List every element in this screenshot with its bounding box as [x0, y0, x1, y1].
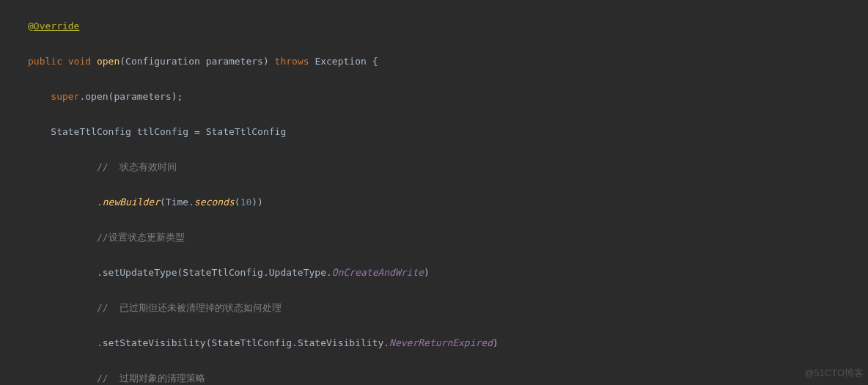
code-line: @Override — [6, 18, 868, 35]
code-line: .newBuilder(Time.seconds(10)) — [6, 194, 868, 211]
code-line: .setUpdateType(StateTtlConfig.UpdateType… — [6, 264, 868, 282]
code-line: //设置状态更新类型 — [6, 229, 868, 246]
code-line: // 状态有效时间 — [6, 158, 868, 176]
comment: //设置状态更新类型 — [97, 232, 185, 243]
method-open: open — [97, 56, 119, 67]
code-line: public void open(Configuration parameter… — [6, 53, 868, 70]
code-line: StateTtlConfig ttlConfig = StateTtlConfi… — [6, 123, 868, 141]
code-line: // 过期对象的清理策略 — [6, 370, 868, 385]
code-line: .setStateVisibility(StateTtlConfig.State… — [6, 334, 868, 352]
code-line: // 已过期但还未被清理掉的状态如何处理 — [6, 299, 868, 317]
watermark: @51CTO博客 — [804, 364, 864, 382]
comment: // 状态有效时间 — [97, 161, 177, 172]
annotation-at: @ — [28, 21, 34, 32]
comment: // 已过期但还未被清理掉的状态如何处理 — [97, 302, 282, 313]
annotation-override: Override — [34, 21, 80, 32]
code-editor[interactable]: @Override public void open(Configuration… — [0, 0, 868, 385]
comment: // 过期对象的清理策略 — [97, 373, 205, 384]
code-line: super.open(parameters); — [6, 88, 868, 106]
